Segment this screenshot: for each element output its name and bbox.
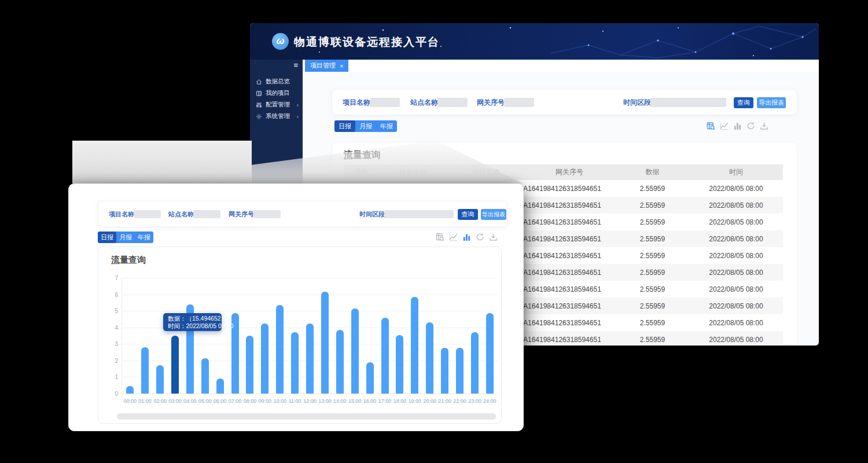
y-axis-line xyxy=(122,278,122,394)
sidebar-menu: 数据总览我的项目配置管理‹系统管理‹ xyxy=(250,76,303,122)
config-icon xyxy=(256,102,262,108)
table-cell: 2022/08/05 08:00 xyxy=(689,319,783,327)
site-name-input[interactable] xyxy=(437,98,468,107)
y-axis-tick-label: 3 xyxy=(106,341,118,347)
chart-bar[interactable] xyxy=(336,330,344,394)
chart-bar[interactable] xyxy=(171,336,179,394)
tab-monthly-report[interactable]: 月报 xyxy=(116,232,135,243)
chart-bar[interactable] xyxy=(411,297,418,394)
search-button[interactable]: 查询 xyxy=(734,97,753,108)
project-name-input[interactable] xyxy=(134,210,161,218)
chart-bar[interactable] xyxy=(156,365,164,394)
column-header: 数据 xyxy=(616,167,689,177)
chart-bar[interactable] xyxy=(216,379,224,394)
y-axis-tick-label: 6 xyxy=(106,292,118,298)
sidebar-item-label: 配置管理 xyxy=(266,101,290,109)
export-report-button[interactable]: 导出报表 xyxy=(757,97,786,108)
collapse-arrow-icon: ‹ xyxy=(297,102,299,108)
chart-bar[interactable] xyxy=(396,335,403,394)
time-range-input[interactable] xyxy=(384,210,454,218)
table-cell: 2022/08/05 08:00 xyxy=(689,235,783,243)
chart-tooltip: 数据：（15.494652） 时间：2022/08/05 03:00 xyxy=(163,313,222,331)
gateway-serial-input[interactable] xyxy=(504,98,534,107)
chart-bar[interactable] xyxy=(276,305,284,394)
tab-monthly-report[interactable]: 月报 xyxy=(355,120,376,132)
table-cell: 2.55959 xyxy=(616,336,689,344)
sidebar-item-home[interactable]: 数据总览 xyxy=(250,76,303,87)
table-cell: A1641984126318594651 xyxy=(523,319,616,327)
table-cell: 2.55959 xyxy=(616,235,689,243)
sidebar-item-config[interactable]: 配置管理‹ xyxy=(250,99,303,111)
bar-chart-icon[interactable] xyxy=(462,233,471,241)
tooltip-time-line: 时间：2022/08/05 03:00 xyxy=(168,322,217,330)
export-report-button[interactable]: 导出报表 xyxy=(481,209,506,220)
system-icon xyxy=(256,113,262,120)
query-form: 项目名称： 站点名称： 网关序号： 时间区段： 查询 导出报表 xyxy=(98,201,507,227)
gateway-serial-input[interactable] xyxy=(253,210,281,218)
line-chart-icon[interactable] xyxy=(449,233,458,241)
table-cell: 2022/08/05 08:00 xyxy=(689,269,783,277)
table-cell: 2022/08/05 08:00 xyxy=(689,252,783,260)
chart-title: 流量查询 xyxy=(111,255,146,266)
table-cell: 2022/08/05 08:00 xyxy=(689,185,783,193)
tab-daily-report[interactable]: 日报 xyxy=(98,232,116,243)
table-cell: A1641984126318594651 xyxy=(523,218,616,226)
chart-bar[interactable] xyxy=(291,332,299,394)
chart-bar[interactable] xyxy=(261,324,269,394)
chart-bar[interactable] xyxy=(441,348,448,394)
download-icon[interactable] xyxy=(489,233,498,241)
tab-close-icon[interactable]: × xyxy=(340,63,343,69)
table-cell: A1641984126318594651 xyxy=(523,285,616,293)
sidebar-item-label: 数据总览 xyxy=(266,78,290,86)
gridline xyxy=(122,278,498,278)
refresh-icon[interactable] xyxy=(476,233,484,241)
tab-daily-report[interactable]: 日报 xyxy=(334,120,355,132)
chart-bar[interactable] xyxy=(381,318,389,394)
line-chart-icon[interactable] xyxy=(720,122,729,130)
project-name-input[interactable] xyxy=(370,98,400,107)
y-axis-tick-label: 7 xyxy=(106,275,118,281)
refresh-icon[interactable] xyxy=(746,122,755,130)
y-axis-tick-label: 2 xyxy=(106,358,118,364)
chart-bar[interactable] xyxy=(486,313,494,394)
sidebar-item-system[interactable]: 系统管理‹ xyxy=(250,111,303,122)
horizontal-scrollbar[interactable] xyxy=(117,413,496,420)
query-form: 项目名称： 站点名称： 网关序号： 时间区段： 查询 导出报表 xyxy=(332,89,797,115)
chart-bar[interactable] xyxy=(456,348,464,394)
sidebar-item-project[interactable]: 我的项目 xyxy=(250,87,303,99)
time-range-input[interactable] xyxy=(650,98,726,107)
chart-bar[interactable] xyxy=(306,324,314,394)
table-cell: 2.55959 xyxy=(616,285,689,293)
chart-bar[interactable] xyxy=(426,322,433,394)
tab-yearly-report[interactable]: 年报 xyxy=(135,232,153,243)
download-icon[interactable] xyxy=(760,122,768,130)
collapse-arrow-icon: ‹ xyxy=(297,113,299,120)
chart-bar[interactable] xyxy=(246,336,253,394)
tab-yearly-report[interactable]: 年报 xyxy=(376,120,397,132)
table-cell: 2.55959 xyxy=(616,252,689,260)
table-search-icon[interactable] xyxy=(707,122,715,130)
search-button[interactable]: 查询 xyxy=(458,209,478,220)
chart-plot: 0123456700:0001:0002:0003:0004:0005:0006… xyxy=(122,278,498,394)
chart-bar[interactable] xyxy=(141,347,149,394)
table-cell: 2022/08/05 08:00 xyxy=(689,285,783,293)
project-icon xyxy=(256,90,262,97)
chart-bar[interactable] xyxy=(471,332,479,394)
tab-project-management[interactable]: 项目管理 × xyxy=(305,60,348,72)
page: ω 物通博联设备远程接入平台 ≡ 项目管理 × 数据总览我的项目配置管理‹系统管… xyxy=(0,0,868,463)
site-name-input[interactable] xyxy=(193,210,220,218)
chart-bar[interactable] xyxy=(366,362,374,394)
table-cell: 2022/08/05 08:00 xyxy=(689,201,783,210)
app-header: ω 物通博联设备远程接入平台 xyxy=(250,23,819,60)
chart-bar[interactable] xyxy=(321,292,329,394)
table-cell: A1641984126318594651 xyxy=(523,185,616,193)
table-cell: 2022/08/05 08:00 xyxy=(689,218,783,226)
hamburger-menu-icon[interactable]: ≡ xyxy=(293,61,298,69)
y-axis-tick-label: 5 xyxy=(106,308,118,314)
bar-chart-icon[interactable] xyxy=(733,122,742,130)
chart-bar[interactable] xyxy=(201,358,209,394)
chart-bar[interactable] xyxy=(351,308,359,394)
chart-bar[interactable] xyxy=(126,386,134,394)
table-search-icon[interactable] xyxy=(436,233,444,241)
app-logo: ω xyxy=(272,33,289,50)
